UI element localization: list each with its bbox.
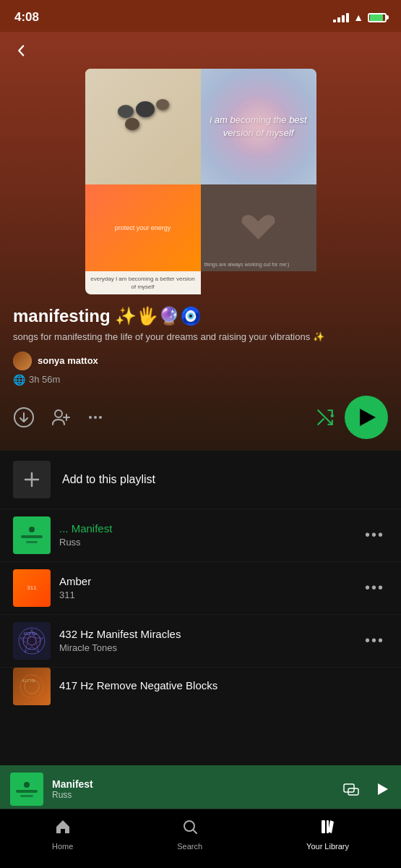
artwork-everyday-text: everyday I am becoming a better version … (85, 271, 201, 294)
play-button[interactable] (345, 396, 388, 439)
library-icon (319, 818, 337, 840)
home-icon (54, 818, 72, 840)
svg-point-5 (331, 414, 334, 417)
track-item[interactable]: ... Manifest Russ ••• (0, 509, 401, 562)
download-icon (13, 407, 35, 428)
add-to-playlist-label: Add to this playlist (62, 473, 155, 486)
mandala-icon: 432 Hz (16, 625, 48, 657)
svg-point-4 (99, 416, 102, 419)
playlist-duration: 3h 56m (29, 374, 60, 385)
signal-icon (333, 13, 349, 22)
playlist-title: manifesting ✨🖐🔮🧿 (13, 306, 388, 326)
status-time: 4:08 (14, 10, 39, 25)
status-bar: 4:08 ▲ (0, 0, 401, 32)
add-user-button[interactable] (51, 407, 71, 427)
more-options-button[interactable] (87, 409, 104, 426)
owner-name[interactable]: sonya mattox (38, 355, 98, 366)
status-icons: ▲ (333, 12, 387, 23)
svg-point-2 (89, 416, 92, 419)
play-icon (372, 780, 391, 799)
back-button[interactable] (0, 39, 401, 69)
track-artwork-432: 432 Hz (13, 622, 51, 660)
nav-label-home: Home (52, 842, 73, 851)
add-to-playlist-row[interactable]: Add to this playlist (0, 451, 401, 509)
track-info-2: Amber 311 (59, 575, 353, 600)
svg-text:417 Hz: 417 Hz (22, 678, 35, 683)
nav-item-library[interactable]: Your Library (292, 815, 363, 854)
now-playing-info: Manifest Russ (52, 778, 333, 800)
track-name-2: Amber (59, 575, 353, 587)
playlist-owner: sonya mattox (13, 352, 388, 370)
playlist-meta: 🌐 3h 56m (13, 374, 388, 386)
playlist-artwork: i am becoming the best version of myself… (85, 69, 316, 294)
artwork-working-text: things are always working out for me:) (204, 261, 290, 268)
track-artwork-manifest (13, 516, 51, 554)
track-name-1: ... Manifest (59, 522, 353, 535)
playlist-description: songs for manifesting the life of your d… (13, 331, 388, 344)
track-info-3: 432 Hz Manifest Miracles Miracle Tones (59, 628, 353, 653)
track-more-button-2[interactable]: ••• (361, 576, 388, 600)
track-item[interactable]: 311 Amber 311 ••• (0, 562, 401, 615)
artwork-protect-text: protect your energy (111, 221, 175, 235)
track-info-1: ... Manifest Russ (59, 522, 353, 548)
controls-left (13, 407, 104, 428)
connect-device-button[interactable] (342, 780, 361, 799)
hero-section: i am becoming the best version of myself… (0, 32, 401, 451)
globe-icon: 🌐 (13, 374, 25, 386)
more-dots-icon (87, 409, 104, 426)
connect-icon (342, 780, 361, 799)
shuffle-button[interactable] (316, 408, 335, 427)
track-artist-1: Russ (59, 537, 353, 548)
artwork-cell-5: everyday I am becoming a better version … (85, 271, 201, 294)
play-triangle-icon (360, 409, 376, 426)
artwork-cell-1 (85, 69, 201, 184)
now-playing-play-button[interactable] (372, 780, 391, 799)
svg-text:432 Hz: 432 Hz (23, 631, 37, 636)
artwork-cell-4: things are always working out for me:) (201, 184, 316, 271)
nav-label-search: Search (177, 842, 202, 851)
svg-marker-16 (378, 783, 388, 795)
track-info-4: 417 Hz Remove Negative Blocks (59, 679, 388, 694)
track-artwork-amber: 311 (13, 569, 51, 607)
now-playing-bar[interactable]: Manifest Russ (0, 765, 401, 813)
track-name-3: 432 Hz Manifest Miracles (59, 628, 353, 640)
now-playing-artist: Russ (52, 790, 333, 800)
track-more-button-3[interactable]: ••• (361, 629, 388, 652)
nav-label-library: Your Library (306, 842, 349, 851)
shuffle-icon (316, 408, 335, 427)
mandala-417-icon: 417 Hz (16, 671, 48, 702)
nav-item-search[interactable]: Search (163, 815, 217, 854)
track-item[interactable]: 432 Hz 432 Hz Manifest Miracles Miracle … (0, 615, 401, 668)
controls-row (0, 396, 401, 451)
plus-icon (22, 469, 42, 490)
now-playing-title: Manifest (52, 778, 333, 790)
wifi-icon: ▲ (353, 12, 363, 23)
playback-controls (316, 396, 388, 439)
bottom-navigation: Home Search Your Library (0, 809, 401, 868)
add-icon (13, 461, 51, 498)
nav-item-home[interactable]: Home (38, 815, 87, 854)
track-artist-3: Miracle Tones (59, 642, 353, 653)
track-artwork-417: 417 Hz (13, 668, 51, 705)
add-user-icon (51, 407, 71, 427)
svg-rect-18 (322, 820, 325, 833)
track-more-button-1[interactable]: ••• (361, 523, 388, 547)
svg-point-3 (94, 416, 97, 419)
owner-avatar (13, 352, 32, 370)
battery-icon (368, 13, 387, 22)
track-artist-2: 311 (59, 590, 353, 600)
chevron-left-icon (13, 43, 29, 59)
track-item-partial[interactable]: 417 Hz 417 Hz Remove Negative Blocks (0, 668, 401, 705)
now-playing-controls (342, 780, 391, 799)
track-name-4: 417 Hz Remove Negative Blocks (59, 679, 388, 692)
track-list: Add to this playlist ... Manifest Russ •… (0, 451, 401, 705)
search-icon (181, 818, 199, 840)
download-button[interactable] (13, 407, 35, 428)
artwork-cell-3: protect your energy (85, 184, 201, 271)
artwork-cell-2: i am becoming the best version of myself (201, 69, 316, 184)
svg-point-1 (55, 410, 62, 417)
now-playing-artwork (10, 773, 43, 806)
playlist-info: manifesting ✨🖐🔮🧿 songs for manifesting t… (0, 294, 401, 385)
